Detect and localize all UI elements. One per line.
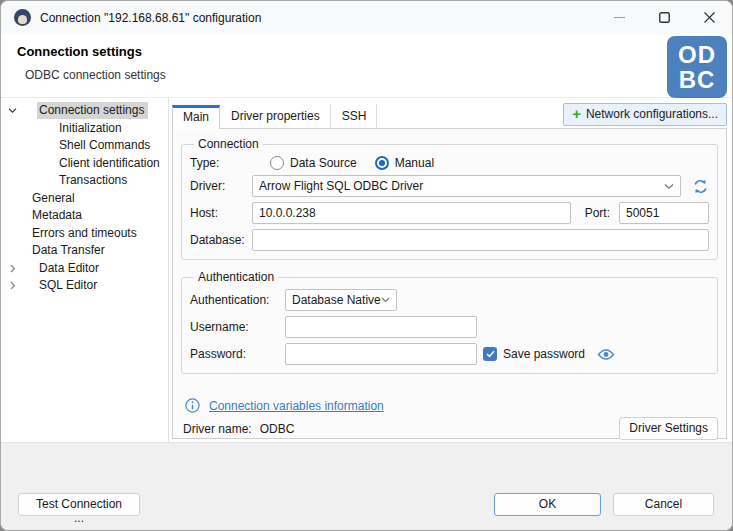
username-row: Username:: [190, 316, 709, 338]
password-row: Password: Save password: [190, 343, 709, 365]
tree-item-label: Connection settings: [37, 102, 148, 119]
chevron-right-icon[interactable]: [7, 281, 17, 290]
host-label: Host:: [190, 206, 252, 220]
driver-label: Driver:: [190, 179, 252, 193]
tree-item-connection-settings[interactable]: Connection settings: [1, 102, 168, 120]
titlebar: Connection "192.168.68.61" configuration: [1, 1, 732, 34]
port-input[interactable]: [619, 202, 709, 224]
driver-name-row: Driver name: ODBC Driver Settings: [179, 413, 720, 442]
show-password-button[interactable]: [597, 348, 615, 361]
tree-item-data-transfer[interactable]: Data Transfer: [1, 242, 168, 260]
info-icon: [185, 398, 200, 413]
page-title: Connection settings: [17, 44, 732, 59]
radio-unchecked-icon: [270, 156, 284, 170]
tree-item-metadata[interactable]: Metadata: [1, 207, 168, 225]
tree-item-label: SQL Editor: [37, 277, 101, 294]
type-label: Type:: [190, 156, 252, 170]
odbc-logo-line2: BC: [679, 67, 716, 92]
tree-item-data-editor[interactable]: Data Editor: [1, 260, 168, 278]
tree-item-label: Shell Commands: [57, 137, 154, 154]
connection-variables-link[interactable]: Connection variables information: [209, 399, 384, 413]
network-configurations-button[interactable]: + Network configurations...: [563, 103, 727, 126]
tree-item-label: Data Editor: [37, 260, 103, 277]
tree-item-general[interactable]: General: [1, 190, 168, 208]
tree-item-label: Transactions: [57, 172, 131, 189]
tree-item-shell-commands[interactable]: Shell Commands: [1, 137, 168, 155]
radio-manual[interactable]: Manual: [375, 156, 434, 170]
network-configurations-label: Network configurations...: [586, 107, 718, 121]
authentication-label: Authentication:: [190, 293, 285, 307]
type-row: Type: Data Source Manual: [190, 156, 709, 170]
driver-name-label: Driver name:: [183, 422, 252, 436]
radio-data-source-label: Data Source: [290, 156, 357, 170]
authentication-group-legend: Authentication: [194, 270, 278, 284]
tree-item-label: Client identification: [57, 155, 164, 172]
checkbox-checked-icon: [483, 347, 497, 361]
main-panel: Main Driver properties SSH + Network con…: [169, 98, 732, 442]
host-row: Host: Port:: [190, 202, 709, 224]
tree-item-label: General: [30, 190, 79, 207]
chevron-down-icon[interactable]: [7, 106, 17, 115]
odbc-logo: OD BC: [667, 36, 727, 98]
authentication-row: Authentication: Database Native: [190, 289, 709, 311]
app-icon: [14, 9, 31, 26]
tree-item-label: Initialization: [57, 120, 126, 137]
cancel-button[interactable]: Cancel: [613, 493, 714, 516]
tree-item-transactions[interactable]: Transactions: [1, 172, 168, 190]
connection-configuration-dialog: Connection "192.168.68.61" configuration…: [0, 0, 733, 531]
database-input[interactable]: [252, 229, 709, 251]
tab-main[interactable]: Main: [172, 105, 220, 129]
port-label: Port:: [585, 206, 610, 220]
username-input[interactable]: [285, 316, 477, 338]
odbc-logo-line1: OD: [678, 42, 716, 67]
host-input[interactable]: [252, 202, 571, 224]
ok-button[interactable]: OK: [494, 493, 601, 516]
plus-icon: +: [572, 109, 581, 119]
database-label: Database:: [190, 233, 252, 247]
password-input[interactable]: [285, 343, 477, 365]
maximize-button[interactable]: [642, 1, 687, 34]
eye-icon: [597, 348, 615, 361]
tree-item-client-identification[interactable]: Client identification: [1, 155, 168, 173]
window-controls: [597, 1, 732, 34]
close-button[interactable]: [687, 1, 732, 34]
dialog-header: Connection settings ODBC connection sett…: [1, 34, 732, 98]
driver-row: Driver: Arrow Flight SQL ODBC Driver: [190, 175, 709, 197]
username-label: Username:: [190, 320, 285, 334]
authentication-select[interactable]: Database Native: [285, 289, 397, 311]
tab-ssh[interactable]: SSH: [331, 104, 378, 128]
tree-item-initialization[interactable]: Initialization: [1, 120, 168, 138]
password-label: Password:: [190, 347, 285, 361]
footer-right-buttons: OK Cancel: [494, 493, 714, 516]
tab-driver-properties[interactable]: Driver properties: [220, 104, 331, 128]
save-password-label: Save password: [503, 347, 585, 361]
driver-name-value: ODBC: [260, 422, 295, 436]
window-title: Connection "192.168.68.61" configuration: [40, 11, 261, 25]
driver-selected-value: Arrow Flight SQL ODBC Driver: [259, 179, 423, 193]
refresh-drivers-button[interactable]: [681, 178, 709, 195]
tree-item-sql-editor[interactable]: SQL Editor: [1, 277, 168, 295]
radio-manual-label: Manual: [395, 156, 434, 170]
save-password-checkbox[interactable]: Save password: [483, 347, 585, 361]
radio-data-source[interactable]: Data Source: [270, 156, 357, 170]
radio-checked-icon: [375, 156, 389, 170]
test-connection-button[interactable]: Test Connection ...: [18, 493, 140, 516]
page-subtitle: ODBC connection settings: [25, 68, 732, 82]
tab-bar: Main Driver properties SSH + Network con…: [172, 101, 727, 128]
tab-content-main: Connection Type: Data Source Manual: [172, 128, 727, 439]
database-row: Database:: [190, 229, 709, 251]
chevron-down-icon: [664, 183, 674, 190]
authentication-selected-value: Database Native: [292, 293, 381, 307]
tree-item-label: Metadata: [30, 207, 86, 224]
minimize-button[interactable]: [597, 1, 642, 34]
connection-group: Connection Type: Data Source Manual: [181, 137, 718, 260]
chevron-right-icon[interactable]: [7, 264, 17, 273]
settings-tree: Connection settings Initialization Shell…: [1, 98, 169, 442]
tree-item-errors-and-timeouts[interactable]: Errors and timeouts: [1, 225, 168, 243]
chevron-down-icon: [381, 297, 390, 303]
variables-link-row: Connection variables information: [185, 398, 716, 413]
driver-select[interactable]: Arrow Flight SQL ODBC Driver: [252, 175, 681, 197]
tree-item-label: Errors and timeouts: [30, 225, 141, 242]
connection-group-legend: Connection: [194, 137, 263, 151]
driver-settings-button[interactable]: Driver Settings: [619, 417, 718, 440]
